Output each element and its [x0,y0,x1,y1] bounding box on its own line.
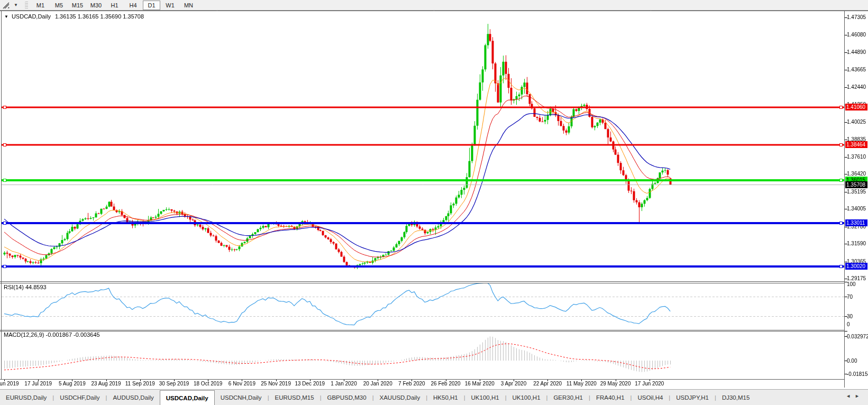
date-axis-label: 29 May 2020 [600,381,631,386]
tab-usdcad-daily[interactable]: USDCAD,Daily [160,390,215,405]
date-axis-label: 6 Nov 2019 [229,381,255,386]
tab-uk100-h1[interactable]: UK100,H1 [465,390,505,405]
tab-eurusd-m15[interactable]: EURUSD,M15 [269,390,319,405]
date-axis-label: 26 Feb 2020 [431,381,461,386]
rsi-axis-tick: 100 [847,281,868,287]
date-axis-label: 11 Sep 2019 [125,381,155,386]
tab-scroll-left-icon[interactable]: ◄ [846,393,855,399]
tab-dj30-m15[interactable]: DJ30,M15 [716,390,755,405]
rsi-axis-tick: 0 [847,321,868,327]
hline-price-label: 1.33011 [845,219,867,226]
tab-gbpusd-m30[interactable]: GBPUSD,M30 [321,390,372,405]
price-axis-tick: 1.37610 [847,154,868,160]
tab-uk100-h1[interactable]: UK100,H1 [506,390,546,405]
tab-eurusd-daily[interactable]: EURUSD,Daily [0,390,52,405]
hline-price-label: 1.41060 [845,104,867,111]
date-axis-label: 20 Jan 2020 [363,381,392,386]
tab-usdcnh-daily[interactable]: USDCNH,Daily [215,390,268,405]
tab-ger30-h1[interactable]: GER30,H1 [547,390,589,405]
hline-price-label: 1.38464 [845,141,867,148]
macd-axis-tick: 0.032972 [847,334,868,339]
tab-usoil-h4[interactable]: USOil,H4 [632,390,669,405]
chart-ohlc-values: 1.36135 1.36165 1.35690 1.35708 [55,13,144,20]
macd-axis-tick: 0.00 [847,358,868,364]
rsi-axis-tick: 30 [847,314,868,319]
rsi-axis-tick: 70 [847,294,868,300]
tab-usdjpy-h1[interactable]: USDJPY,H1 [670,390,715,405]
price-axis-tick: 1.46080 [847,32,868,38]
date-axis-label: 11 May 2020 [567,381,597,386]
date-axis-label: 25 Nov 2019 [261,381,291,386]
price-axis-tick: 1.44890 [847,49,868,55]
chart-title: ▼ USDCAD,Daily 1.36135 1.36165 1.35690 1… [4,13,144,20]
hline-price-label: 1.30020 [845,263,867,270]
price-axis-tick: 1.47305 [847,14,868,20]
date-axis-label: 1 Jan 2020 [331,381,357,386]
tab-hk50-h1[interactable]: HK50,H1 [427,390,464,405]
date-axis-label: 3 Apr 2020 [501,381,526,386]
price-axis-tick: 1.42440 [847,84,868,90]
rsi-indicator-label: RSI(14) 44.8593 [4,284,47,290]
tab-usdchf-daily[interactable]: USDCHF,Daily [54,390,105,405]
tab-fra40-h1[interactable]: FRA40,H1 [590,390,631,405]
chart-title-collapse-icon[interactable]: ▼ [4,14,8,19]
tab-xauusd-daily[interactable]: XAUUSD,Daily [373,390,426,405]
date-axis-label: 30 Sep 2019 [159,381,189,386]
price-axis-tick: 1.29175 [847,275,868,281]
date-axis-label: 17 Jun 2020 [635,381,664,386]
date-axis-label: 13 Dec 2019 [295,381,325,386]
date-axis-label: 22 Apr 2020 [533,381,562,386]
date-axis-label: 17 Jul 2019 [24,381,52,386]
date-axis-label: 7 Feb 2020 [398,381,425,386]
tab-scroll-arrows[interactable]: ◄► [846,393,864,399]
price-axis-tick: 1.31590 [847,241,868,246]
current-price-label: 1.35708 [845,181,867,188]
date-axis-label: 23 Aug 2019 [92,381,121,386]
price-axis-tick: 1.34005 [847,206,868,211]
price-axis-tick: 1.40025 [847,119,868,125]
chart-canvas[interactable] [0,0,868,405]
chart-tab-bar: EURUSD,Daily|USDCHF,Daily|AUDUSD,DailyUS… [0,389,868,405]
date-axis-label: 18 Oct 2019 [194,381,222,386]
date-axis-label: 28 Jun 2019 [0,381,19,386]
macd-axis-tick: -0.018154 [847,371,868,377]
price-axis-tick: 1.35195 [847,189,868,195]
date-axis-label: 5 Aug 2019 [59,381,86,386]
macd-indicator-label: MACD(12,26,9) -0.001867 -0.003645 [4,332,100,338]
date-axis-label: 16 Mar 2020 [465,381,495,386]
chart-symbol: USDCAD,Daily [12,13,51,20]
tab-audusd-daily[interactable]: AUDUSD,Daily [107,390,159,405]
price-axis-tick: 1.43665 [847,67,868,72]
tab-scroll-right-icon[interactable]: ► [855,393,864,399]
